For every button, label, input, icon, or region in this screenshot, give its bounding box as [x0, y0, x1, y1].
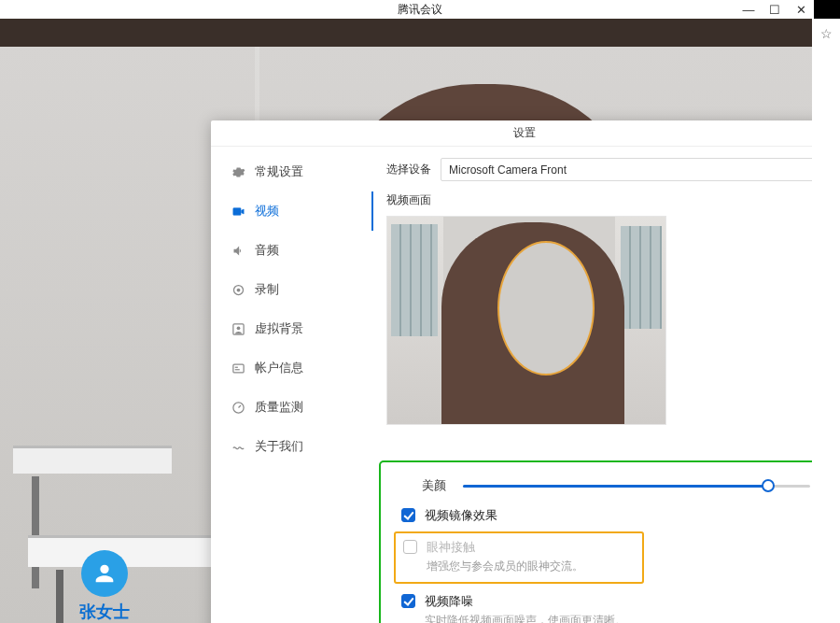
settings-dialog: 设置 ✕ 常规设置 视频: [211, 120, 812, 623]
beauty-slider[interactable]: [463, 479, 810, 492]
sidebar-item-label: 帐户信息: [255, 360, 303, 376]
sidebar-item-account[interactable]: 帐户信息: [211, 348, 373, 388]
svg-point-3: [237, 326, 241, 330]
eye-contact-highlight: 眼神接触 增强您与参会成员的眼神交流。: [394, 531, 644, 584]
star-icon[interactable]: ☆: [812, 26, 840, 41]
denoise-checkbox[interactable]: [401, 594, 415, 608]
toolbar-strip: [0, 19, 812, 47]
sidebar-item-quality[interactable]: 质量监测: [211, 388, 373, 427]
denoise-label: 视频降噪: [425, 593, 626, 610]
video-background: 张女士 设置 ✕ 常规设置 视频: [0, 47, 812, 623]
mirror-label: 视频镜像效果: [425, 507, 497, 524]
svg-rect-6: [235, 369, 240, 370]
video-icon: [231, 205, 245, 219]
device-selected: Microsoft Camera Front: [449, 163, 567, 177]
gauge-icon: [231, 401, 245, 415]
eye-contact-checkbox[interactable]: [403, 540, 417, 554]
person-frame-icon: [231, 322, 245, 336]
settings-main: 选择设备 Microsoft Camera Front ▾ 视频画面: [373, 147, 812, 623]
video-effects-group: 美颜 视频镜像效果: [379, 460, 812, 623]
eye-contact-desc: 增强您与参会成员的眼神交流。: [427, 559, 583, 574]
corner-black-block: [814, 0, 840, 19]
app-titlebar: 腾讯会议 — ☐ ✕: [0, 0, 840, 19]
sidebar-item-label: 视频: [255, 203, 279, 219]
person-icon: [91, 560, 118, 587]
eye-contact-label: 眼神接触: [427, 539, 583, 556]
svg-rect-4: [233, 364, 244, 373]
minimize-button[interactable]: —: [735, 0, 762, 19]
speaker-icon: [231, 244, 245, 258]
avatar: [81, 550, 128, 597]
device-select[interactable]: Microsoft Camera Front ▾: [441, 158, 812, 181]
sidebar-item-label: 质量监测: [255, 399, 303, 416]
gear-icon: [231, 165, 245, 179]
dialog-header: 设置 ✕: [211, 120, 812, 147]
sidebar-item-label: 虚拟背景: [255, 320, 303, 337]
sidebar-item-audio[interactable]: 音频: [211, 231, 373, 270]
close-button[interactable]: ✕: [788, 0, 814, 19]
sidebar-item-label: 录制: [255, 281, 279, 298]
participant-chip: 张女士: [49, 550, 161, 623]
device-label: 选择设备: [386, 162, 431, 177]
right-side-strip: ☆: [812, 19, 840, 623]
participant-name: 张女士: [49, 601, 161, 623]
sidebar-item-label: 常规设置: [255, 163, 303, 180]
svg-rect-5: [235, 366, 238, 367]
sidebar-item-video[interactable]: 视频: [211, 191, 373, 231]
denoise-desc: 实时降低视频画面噪声，使画面更清晰。: [425, 613, 626, 623]
id-card-icon: [231, 361, 245, 375]
sidebar-item-virtual-bg[interactable]: 虚拟背景: [211, 309, 373, 348]
sidebar-item-about[interactable]: 关于我们: [211, 427, 373, 466]
beauty-label: 美颜: [422, 477, 450, 494]
sidebar-item-record[interactable]: 录制: [211, 270, 373, 309]
video-preview: [386, 216, 666, 425]
wave-icon: [231, 440, 245, 454]
mirror-checkbox[interactable]: [401, 508, 415, 522]
settings-sidebar: 常规设置 视频 音频 录制: [211, 147, 373, 623]
sidebar-item-general[interactable]: 常规设置: [211, 152, 373, 191]
svg-point-1: [237, 288, 241, 291]
app-title: 腾讯会议: [0, 2, 840, 18]
record-icon: [231, 283, 245, 297]
window-controls: — ☐ ✕: [735, 0, 840, 19]
maximize-button[interactable]: ☐: [762, 0, 788, 19]
video-preview-label: 视频画面: [386, 192, 812, 208]
sidebar-item-label: 关于我们: [255, 438, 303, 455]
dialog-title: 设置: [513, 125, 536, 141]
sidebar-item-label: 音频: [255, 242, 279, 259]
